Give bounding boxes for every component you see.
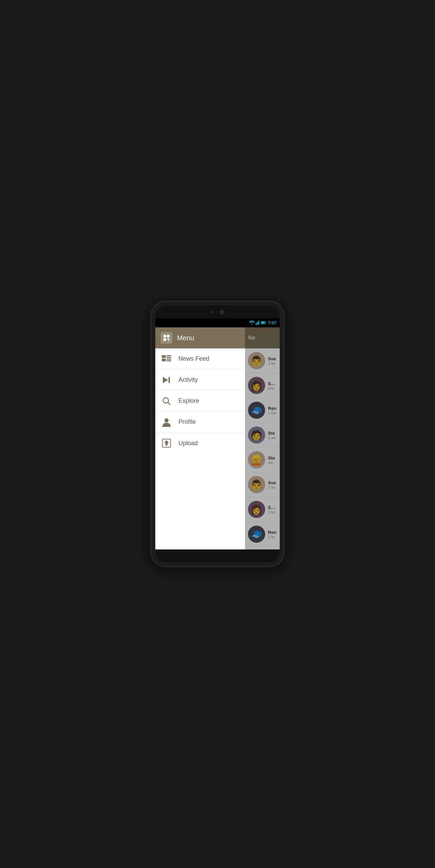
svg-marker-19 <box>163 377 168 383</box>
speaker <box>220 310 224 314</box>
svg-point-23 <box>164 418 169 422</box>
feed-sub-4: vid <box>268 460 277 465</box>
avatar-5: 👨 <box>248 476 265 493</box>
feed-name-7: Ren <box>268 530 277 535</box>
phone-screen-container: 7:07 <box>155 306 280 562</box>
status-bar: 7:07 <box>155 319 280 327</box>
explore-label: Explore <box>178 397 199 404</box>
activity-label: Activity <box>178 376 198 383</box>
news-feed-panel: Ne 👨 Sve 1 ho <box>245 327 280 549</box>
svg-point-0 <box>251 323 252 324</box>
avatar-3: 🧑 <box>248 426 265 444</box>
svg-rect-8 <box>163 335 166 338</box>
feed-sub-7: 1 ho <box>268 535 277 539</box>
feed-text-0: Sve 1 ho <box>268 356 277 365</box>
svg-rect-9 <box>167 335 170 338</box>
feed-item-3[interactable]: 🧑 Ste 1 we <box>245 423 280 448</box>
activity-icon <box>161 375 172 385</box>
feed-name-3: Ste <box>268 431 277 436</box>
feed-text-7: Ren 1 ho <box>268 530 277 539</box>
feed-sub-3: 1 we <box>268 436 277 440</box>
news-feed-header: Ne <box>245 327 280 348</box>
upload-icon <box>161 438 172 448</box>
feed-item-1[interactable]: 👩 Sam pho <box>245 373 280 398</box>
feed-item-6[interactable]: 👩 Sam 1 ho <box>245 497 280 522</box>
feed-text-6: Sam 1 ho <box>268 505 277 514</box>
feed-name-1: Sam <box>268 381 277 386</box>
feed-name-4: Sta <box>268 455 277 460</box>
svg-marker-25 <box>164 440 169 446</box>
avatar-6: 👩 <box>248 501 265 518</box>
feed-item-4[interactable]: 👱 Sta vid <box>245 448 280 472</box>
feed-text-5: Sve 1 ho <box>268 480 277 489</box>
app-logo <box>161 332 172 344</box>
avatar-2: 🧢 <box>248 401 265 419</box>
feed-name-0: Sve <box>268 356 277 361</box>
menu-item-activity[interactable]: Activity <box>155 369 245 391</box>
signal-icon <box>256 321 260 325</box>
news-feed-header-text: Ne <box>248 335 255 341</box>
svg-rect-14 <box>167 355 171 356</box>
content-area: Menu <box>155 327 280 549</box>
svg-rect-6 <box>261 322 264 324</box>
explore-icon <box>161 396 172 406</box>
status-icons: 7:07 <box>249 321 276 326</box>
avatar-0: 👨 <box>248 352 265 369</box>
wifi-icon <box>249 321 254 326</box>
svg-rect-13 <box>162 355 166 358</box>
svg-rect-10 <box>163 338 166 341</box>
feed-sub-5: 1 ho <box>268 485 277 489</box>
menu-header: Menu <box>155 327 245 348</box>
profile-label: Profile <box>178 418 196 426</box>
phone-bottom-hardware <box>155 549 280 562</box>
svg-rect-1 <box>256 323 256 325</box>
avatar-7: 🧢 <box>248 525 265 543</box>
svg-rect-12 <box>168 338 169 341</box>
feed-item-7[interactable]: 🧢 Ren 1 ho <box>245 522 280 547</box>
svg-line-22 <box>168 402 170 405</box>
profile-icon <box>161 417 172 427</box>
svg-rect-18 <box>167 360 171 361</box>
feed-name-6: Sam <box>268 505 277 510</box>
feed-text-1: Sam pho <box>268 381 277 390</box>
feed-text-2: Ren 1 Da <box>268 406 277 415</box>
phone-device: 7:07 <box>151 302 284 566</box>
svg-rect-2 <box>257 323 257 325</box>
svg-point-21 <box>163 398 169 403</box>
svg-rect-3 <box>258 322 258 325</box>
status-time: 7:07 <box>268 321 276 325</box>
feed-sub-6: 1 ho <box>268 510 277 514</box>
feed-item-5[interactable]: 👨 Sve 1 ho <box>245 472 280 497</box>
feed-name-5: Sve <box>268 480 277 485</box>
menu-item-news-feed[interactable]: News Feed <box>155 348 245 369</box>
feed-text-4: Sta vid <box>268 455 277 465</box>
camera-dot <box>211 311 213 313</box>
feed-name-2: Ren <box>268 406 277 411</box>
menu-drawer: Menu <box>155 327 245 549</box>
logo-icon <box>163 334 170 342</box>
svg-rect-20 <box>169 377 170 383</box>
svg-rect-15 <box>167 357 171 358</box>
svg-rect-17 <box>167 359 171 360</box>
screen: 7:07 <box>155 319 280 549</box>
avatar-4: 👱 <box>248 451 265 469</box>
phone-top-hardware <box>155 306 280 319</box>
news-feed-icon <box>161 354 172 364</box>
svg-rect-7 <box>265 322 266 323</box>
menu-item-profile[interactable]: Profile <box>155 412 245 433</box>
feed-sub-1: pho <box>268 386 277 390</box>
menu-item-upload[interactable]: Upload <box>155 433 245 454</box>
news-feed-label: News Feed <box>178 355 209 362</box>
battery-icon <box>261 321 266 325</box>
svg-rect-4 <box>259 321 259 325</box>
menu-items-list: News Feed Activity <box>155 348 245 549</box>
feed-sub-0: 1 ho <box>268 361 277 365</box>
feed-item-2[interactable]: 🧢 Ren 1 Da <box>245 398 280 423</box>
menu-item-explore[interactable]: Explore <box>155 391 245 412</box>
svg-rect-16 <box>162 359 166 361</box>
avatar-1: 👩 <box>248 377 265 394</box>
feed-sub-2: 1 Da <box>268 411 277 415</box>
feed-item-0[interactable]: 👨 Sve 1 ho <box>245 348 280 373</box>
upload-label: Upload <box>178 440 198 447</box>
menu-title: Menu <box>177 334 194 342</box>
